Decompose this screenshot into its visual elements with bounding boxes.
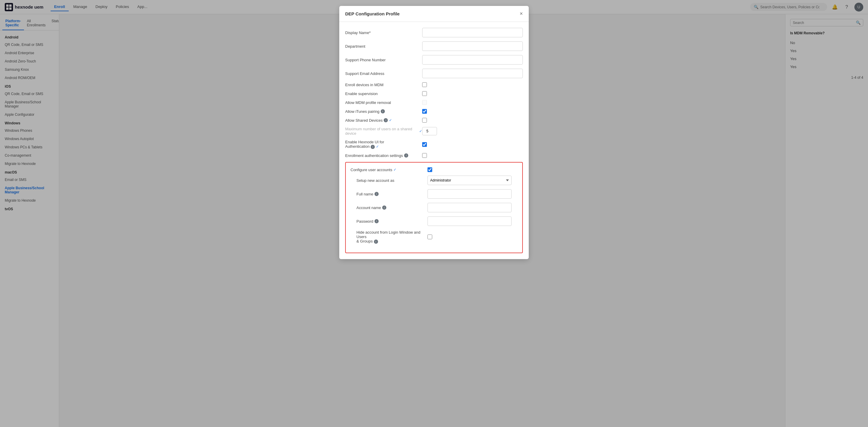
support-email-input[interactable]	[422, 69, 523, 78]
fullname-label: Full name i	[356, 192, 428, 196]
account-name-label: Account name i	[356, 206, 428, 210]
enable-hexnode-ui-label: Enable Hexnode UI for Authentication i ✓	[345, 140, 422, 149]
max-shared-verified-icon: ✓	[419, 129, 422, 133]
password-info-icon[interactable]: i	[374, 219, 379, 223]
configure-section: Configure user accounts ✓ Setup new acco…	[345, 162, 523, 253]
hide-account-info-icon[interactable]: i	[374, 240, 378, 244]
department-input[interactable]	[422, 41, 523, 51]
modal-close-button[interactable]: ×	[520, 11, 523, 17]
modal-overlay: DEP Configuration Profile × Display Name…	[0, 0, 868, 427]
display-name-input[interactable]	[422, 28, 523, 37]
modal-header: DEP Configuration Profile ×	[339, 6, 529, 22]
configure-accounts-row: Configure user accounts ✓	[350, 167, 518, 172]
enable-hexnode-ui-row: Enable Hexnode UI for Authentication i ✓	[345, 140, 523, 149]
enable-supervision-label: Enable supervision	[345, 92, 422, 96]
setup-account-label: Setup new account as	[356, 178, 428, 183]
hide-account-checkbox-wrapper	[428, 235, 432, 239]
allow-shared-info-icon[interactable]: i	[384, 118, 388, 122]
support-phone-input[interactable]	[422, 55, 523, 65]
allow-shared-checkbox-wrapper	[422, 118, 427, 123]
allow-shared-row: Allow Shared Devices i ✓	[345, 118, 523, 123]
allow-itunes-label: Allow iTunes pairing i	[345, 109, 422, 114]
hide-account-row: Hide account from Login Window and Users…	[356, 230, 512, 244]
allow-shared-verified-icon: ✓	[389, 118, 392, 122]
enrollment-auth-row: Enrollment authentication settings i	[345, 153, 523, 158]
allow-shared-label: Allow Shared Devices i ✓	[345, 118, 422, 123]
display-name-label: Display Name*	[345, 30, 422, 35]
support-email-row: Support Email Address	[345, 69, 523, 78]
allow-mdm-label: Allow MDM profile removal	[345, 100, 422, 105]
modal-body: Display Name* Department Support Phone N…	[339, 22, 529, 259]
password-label: Password i	[356, 219, 428, 223]
setup-account-select[interactable]: Administrator Standard User	[428, 176, 512, 185]
configure-inner: Setup new account as Administrator Stand…	[350, 176, 518, 244]
hide-account-checkbox[interactable]	[428, 235, 432, 239]
dep-config-modal: DEP Configuration Profile × Display Name…	[339, 6, 529, 259]
account-name-info-icon[interactable]: i	[382, 206, 386, 210]
configure-accounts-verified-icon: ✓	[394, 167, 396, 172]
authentication-verified-icon: ✓	[376, 145, 379, 149]
fullname-row: Full name i	[356, 189, 512, 199]
enable-hexnode-ui-checkbox[interactable]	[422, 142, 427, 147]
enable-hexnode-ui-checkbox-wrapper	[422, 142, 427, 147]
max-shared-row: Maximum number of users on a shared devi…	[345, 127, 523, 135]
account-name-row: Account name i	[356, 203, 512, 212]
display-name-row: Display Name*	[345, 28, 523, 37]
support-phone-row: Support Phone Number	[345, 55, 523, 65]
allow-itunes-checkbox[interactable]	[422, 109, 427, 114]
allow-shared-checkbox[interactable]	[422, 118, 427, 123]
allow-itunes-info-icon[interactable]: i	[381, 109, 385, 114]
fullname-input[interactable]	[428, 189, 512, 199]
department-row: Department	[345, 41, 523, 51]
department-label: Department	[345, 44, 422, 49]
fullname-info-icon[interactable]: i	[374, 192, 379, 196]
enrollment-auth-checkbox-wrapper	[422, 153, 427, 158]
enrollment-auth-checkbox[interactable]	[422, 153, 427, 158]
enrollment-auth-label: Enrollment authentication settings i	[345, 153, 422, 158]
password-row: Password i	[356, 216, 512, 226]
enroll-devices-checkbox-wrapper	[422, 82, 427, 87]
authentication-sub-label: Authentication i ✓	[345, 144, 379, 149]
enable-supervision-checkbox[interactable]	[422, 91, 427, 96]
password-input[interactable]	[428, 216, 512, 226]
configure-accounts-checkbox-wrapper	[428, 167, 432, 172]
enroll-devices-label: Enroll devices in MDM	[345, 83, 422, 87]
allow-itunes-checkbox-wrapper	[422, 109, 427, 114]
allow-mdm-row: Allow MDM profile removal	[345, 100, 523, 105]
support-email-label: Support Email Address	[345, 71, 422, 76]
authentication-info-icon[interactable]: i	[371, 145, 375, 149]
enroll-devices-row: Enroll devices in MDM	[345, 82, 523, 87]
setup-account-row: Setup new account as Administrator Stand…	[356, 176, 512, 185]
enable-supervision-checkbox-wrapper	[422, 91, 427, 96]
enable-supervision-row: Enable supervision	[345, 91, 523, 96]
allow-mdm-checkbox[interactable]	[422, 100, 427, 105]
support-phone-label: Support Phone Number	[345, 58, 422, 62]
allow-itunes-row: Allow iTunes pairing i	[345, 109, 523, 114]
configure-accounts-checkbox[interactable]	[428, 167, 432, 172]
hide-account-label: Hide account from Login Window and Users…	[356, 230, 428, 244]
enroll-devices-checkbox[interactable]	[422, 82, 427, 87]
configure-accounts-label: Configure user accounts ✓	[350, 167, 428, 172]
modal-title: DEP Configuration Profile	[345, 11, 400, 16]
allow-mdm-checkbox-wrapper	[422, 100, 427, 105]
account-name-input[interactable]	[428, 203, 512, 212]
max-shared-input[interactable]	[422, 127, 437, 135]
enrollment-auth-info-icon[interactable]: i	[404, 153, 408, 157]
max-shared-label: Maximum number of users on a shared devi…	[345, 127, 422, 135]
